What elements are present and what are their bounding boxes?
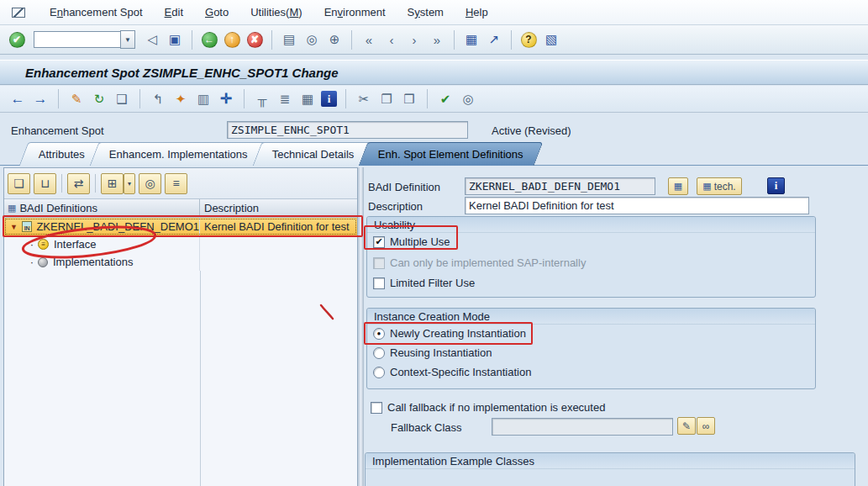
collapse-command-icon[interactable]: ◁ [142, 29, 162, 50]
copy-icon[interactable]: ❐ [377, 90, 396, 108]
toolbar-separator [192, 30, 192, 50]
copy-object-icon[interactable]: ❑ [113, 90, 131, 108]
status-text: Active (Revised) [492, 124, 571, 137]
next-object-icon[interactable]: → [31, 90, 50, 108]
description-field[interactable]: Kernel BADI Definition for test [465, 197, 809, 214]
print-icon[interactable]: ▤ [279, 29, 299, 50]
object-list-icon[interactable]: ▥ [194, 90, 213, 108]
help-button[interactable]: ? [518, 29, 539, 50]
exit-button[interactable]: ↑ [222, 29, 242, 50]
cancel-button[interactable]: ✘ [245, 29, 265, 50]
limited-filter-use-option[interactable]: Limited Filter Use [373, 277, 475, 289]
tree-row-implementations[interactable]: · Implementations [4, 253, 357, 271]
enhancement-spot-field[interactable]: ZSIMPLE_ENHC_SPOT1 [227, 121, 468, 139]
tech-button[interactable]: ▦tech. [697, 177, 742, 195]
multiple-use-option[interactable]: ✔ Multiple Use [373, 235, 450, 248]
menu-help[interactable]: Help [455, 2, 499, 23]
cancel-icon: ✘ [247, 32, 263, 48]
reusing-radio[interactable] [373, 347, 385, 359]
tree-row-badi-definition[interactable]: ▼ IN ZKERNEL_BADI_DEFN_DEMO1 Kernel BADI… [4, 218, 357, 235]
stack-icon[interactable]: ≣ [276, 90, 294, 108]
enhancement-options-button[interactable]: ▦ [668, 177, 688, 195]
system-menu-icon[interactable] [12, 8, 25, 18]
display-change-icon[interactable]: ✎ [67, 90, 86, 108]
find-objects-icon[interactable]: ◎ [459, 90, 477, 108]
tree-column-divider[interactable] [200, 271, 201, 486]
menu-system[interactable]: System [397, 2, 455, 23]
toolbar-separator [271, 30, 272, 50]
where-used-icon[interactable]: ✦ [171, 90, 190, 108]
info-icon[interactable]: i [321, 91, 337, 107]
menu-enhancement-spot[interactable]: Enhancement Spot [39, 2, 154, 23]
menu-utilities[interactable]: Utilities(M) [239, 2, 313, 23]
badi-definition-field[interactable]: ZKERNEL_BADI_DEFN_DEMO1 [465, 177, 655, 195]
tree-navigate-button[interactable]: ≡ [165, 173, 187, 194]
table-view-icon[interactable]: ▦ [298, 90, 317, 108]
call-fallback-option[interactable]: Call fallback if no implementation is ex… [371, 401, 605, 414]
find-next-icon[interactable]: ⊕ [324, 29, 345, 50]
tab-enhancem-implementations[interactable]: Enhancem. Implementations [90, 142, 268, 166]
command-dropdown-button[interactable]: ▼ [120, 30, 135, 49]
menu-environment[interactable]: Environment [313, 2, 397, 23]
hierarchy-icon[interactable]: ╥ [253, 90, 271, 108]
call-fallback-checkbox[interactable] [371, 402, 382, 414]
syntax-check-icon[interactable]: ✔ [436, 90, 455, 108]
insert-dropdown-button[interactable]: ▾ [124, 173, 135, 194]
application-toolbar: ← → ✎ ↻ ❑ ↰ ✦ ▥ ✛ ╥ ≣ ▦ i ✂ ❐ ❒ ✔ ◎ [0, 86, 868, 113]
panel-splitter[interactable] [358, 167, 364, 486]
column-header-badi-definitions[interactable]: ▦ BAdI Definitions [4, 199, 200, 217]
delete-button[interactable]: ⊔ [34, 173, 56, 194]
create-badi-button[interactable]: ❏ [8, 173, 30, 194]
limited-filter-use-checkbox[interactable] [373, 277, 385, 289]
multiple-use-checkbox[interactable]: ✔ [373, 236, 385, 248]
edit-fallback-class-button[interactable]: ✎ [677, 417, 696, 435]
insert-button[interactable]: ⊞ [101, 173, 124, 194]
find-icon[interactable]: ◎ [302, 29, 322, 50]
last-page-icon[interactable]: » [427, 29, 447, 50]
toolbar-separator [95, 174, 96, 193]
cut-icon[interactable]: ✂ [355, 90, 373, 108]
fallback-class-field[interactable] [492, 418, 673, 436]
new-session-icon[interactable]: ▦ [461, 29, 481, 50]
next-page-icon[interactable]: › [404, 29, 424, 50]
toolbar-separator [58, 89, 59, 108]
back-button[interactable]: ← [199, 29, 219, 50]
enter-button[interactable]: ✔ [7, 29, 27, 50]
column-header-description[interactable]: Description [200, 202, 357, 214]
toolbar-separator [351, 30, 352, 50]
previous-page-icon[interactable]: ‹ [381, 29, 402, 50]
toolbar-separator [454, 30, 455, 50]
tree-row-interface[interactable]: · ≡ Interface [4, 235, 357, 253]
command-field-input[interactable] [34, 31, 120, 48]
expand-collapse-icon[interactable]: ▼ [10, 223, 18, 231]
menu-goto[interactable]: Goto [194, 2, 239, 23]
customize-layout-icon[interactable]: ▧ [541, 29, 561, 50]
display-fallback-class-button[interactable]: ∞ [697, 417, 715, 435]
tree-header-row: ▦ BAdI Definitions Description [4, 199, 357, 218]
newly-creating-instantiation-option[interactable]: ● Newly Creating Instantiation [373, 327, 526, 340]
workbench-navigate-icon[interactable]: ✛ [217, 90, 235, 108]
newly-creating-radio[interactable]: ● [373, 328, 385, 340]
previous-object-icon[interactable]: ← [8, 90, 27, 108]
paste-icon[interactable]: ❒ [400, 90, 418, 108]
tab-technical-details[interactable]: Technical Details [252, 142, 373, 166]
documentation-info-button[interactable]: i [767, 177, 785, 194]
badi-definition-description: Kernel BADI Definition for test [200, 218, 357, 235]
refresh-icon[interactable]: ↻ [90, 90, 108, 108]
reusing-instantiation-option[interactable]: Reusing Instantiation [373, 346, 492, 359]
screen-title: Enhancement Spot ZSIMPLE_ENHC_SPOT1 Chan… [0, 60, 868, 85]
save-icon[interactable]: ▣ [165, 29, 185, 50]
rearrange-button[interactable]: ⇄ [67, 173, 90, 194]
toolbar-separator [244, 89, 245, 108]
badi-detail-panel: BAdI Definition ZKERNEL_BADI_DEFN_DEMO1 … [364, 166, 868, 486]
context-specific-radio[interactable] [373, 367, 385, 378]
create-shortcut-icon[interactable]: ↗ [484, 29, 504, 50]
context-specific-instantiation-option[interactable]: Context-Specific Instantiation [373, 366, 531, 378]
tab-strip: Attributes Enhancem. Implementations Tec… [0, 142, 533, 166]
menu-edit[interactable]: Edit [154, 2, 194, 23]
interface-icon: ≡ [38, 239, 49, 250]
other-object-icon[interactable]: ↰ [149, 90, 167, 108]
tree-find-button[interactable]: ◎ [139, 173, 161, 194]
first-page-icon[interactable]: « [359, 29, 379, 50]
tab-enh-spot-element-definitions[interactable]: Enh. Spot Element Definitions [359, 142, 543, 166]
